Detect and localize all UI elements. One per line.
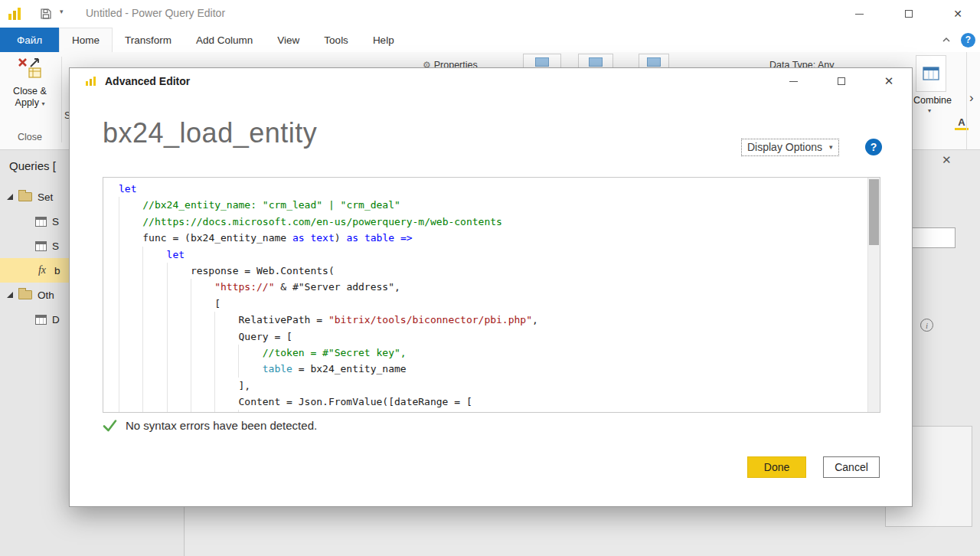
folder-icon bbox=[18, 290, 32, 299]
code-line: Query = [ bbox=[119, 329, 880, 345]
dialog-maximize-button[interactable] bbox=[825, 68, 858, 94]
function-icon: fx bbox=[35, 264, 49, 276]
code-line: let bbox=[119, 181, 880, 197]
status-text: No syntax errors have been detected. bbox=[126, 419, 317, 432]
save-icon[interactable] bbox=[40, 8, 52, 23]
expand-triangle-icon[interactable] bbox=[7, 194, 13, 200]
app-window: ▾ Untitled - Power Query Editor ✕ Файл H… bbox=[0, 0, 980, 556]
scrollbar-track[interactable] bbox=[867, 178, 880, 412]
code-line: //https://docs.microsoft.com/en-us/power… bbox=[119, 214, 880, 230]
ribbon-tab-view[interactable]: View bbox=[265, 28, 312, 52]
collapse-ribbon-icon[interactable] bbox=[941, 34, 952, 45]
table-icon bbox=[647, 57, 661, 67]
close-button[interactable]: ✕ bbox=[940, 0, 975, 28]
query-name-heading: bx24_load_entity bbox=[103, 117, 317, 149]
dialog-minimize-button[interactable] bbox=[776, 68, 810, 94]
ribbon-tab-help[interactable]: Help bbox=[361, 28, 407, 52]
chevron-down-icon: ▾ bbox=[41, 100, 44, 107]
table-icon bbox=[535, 57, 549, 67]
expand-triangle-icon[interactable] bbox=[7, 292, 13, 298]
panel-close-icon[interactable]: ✕ bbox=[942, 153, 952, 167]
close-apply-button[interactable]: Close & Apply ▾ bbox=[6, 57, 54, 110]
cancel-button[interactable]: Cancel bbox=[823, 456, 880, 478]
ribbon-tab-bar: Файл HomeTransformAdd ColumnViewToolsHel… bbox=[0, 28, 980, 52]
syntax-status: No syntax errors have been detected. bbox=[103, 419, 317, 432]
powerbi-logo-icon bbox=[6, 5, 23, 25]
ribbon-separator bbox=[966, 52, 967, 149]
quick-access-dropdown-icon[interactable]: ▾ bbox=[60, 8, 64, 15]
dialog-titlebar: Advanced Editor ✕ bbox=[70, 68, 912, 96]
close-apply-label-line2: Apply bbox=[15, 97, 39, 108]
code-line: let bbox=[119, 247, 880, 263]
code-line: table = bx24_entity_name bbox=[119, 361, 880, 377]
done-button[interactable]: Done bbox=[747, 456, 806, 478]
code-line: Content = Json.FromValue([dateRange = [ bbox=[119, 394, 880, 410]
title-bar: ▾ Untitled - Power Query Editor ✕ bbox=[0, 0, 980, 28]
combine-button[interactable] bbox=[916, 55, 946, 92]
code-line: //token = #"Secret key", bbox=[119, 345, 880, 361]
code-line: "https://" & #"Server address", bbox=[119, 279, 880, 295]
ribbon-tab-add-column[interactable]: Add Column bbox=[184, 28, 265, 52]
code-line: dateFrom = Date.ToText(Date.From(dateFro… bbox=[119, 410, 880, 413]
close-apply-icon bbox=[17, 69, 43, 82]
combine-icon bbox=[921, 64, 941, 83]
minimize-button[interactable] bbox=[841, 0, 877, 28]
advanced-editor-icon bbox=[85, 75, 97, 90]
query-item-label: S bbox=[52, 240, 59, 252]
scrollbar-thumb[interactable] bbox=[869, 179, 879, 245]
code-line: //bx24_entity_name: "crm_lead" | "crm_de… bbox=[119, 197, 880, 213]
code-line: RelativePath = "bitrix/tools/biconnector… bbox=[119, 312, 880, 328]
chevron-down-icon: ▾ bbox=[928, 107, 931, 114]
ribbon-tab-home[interactable]: Home bbox=[59, 28, 113, 52]
query-item-label: Set bbox=[38, 191, 53, 203]
ribbon-tab-tools[interactable]: Tools bbox=[312, 28, 361, 52]
dialog-close-button[interactable]: ✕ bbox=[872, 68, 906, 94]
combine-button-label: Combine bbox=[913, 95, 952, 106]
table-icon bbox=[589, 57, 603, 67]
code-line: func = (bx24_entity_name as text) as tab… bbox=[119, 230, 880, 246]
expand-pane-icon[interactable]: › bbox=[969, 90, 974, 106]
help-icon[interactable]: ? bbox=[961, 33, 975, 47]
code-line: response = Web.Contents( bbox=[119, 263, 880, 279]
check-icon bbox=[103, 419, 117, 432]
ribbon-group-label-close: Close bbox=[6, 132, 54, 142]
file-tab[interactable]: Файл bbox=[0, 28, 59, 52]
query-item-label: S bbox=[52, 216, 59, 227]
dialog-title: Advanced Editor bbox=[105, 75, 190, 87]
maximize-button[interactable] bbox=[891, 0, 926, 28]
dialog-help-button[interactable]: ? bbox=[865, 139, 882, 155]
table-icon bbox=[35, 217, 47, 227]
code-line: ], bbox=[119, 378, 880, 394]
folder-icon bbox=[18, 192, 32, 201]
ribbon-tab-transform[interactable]: Transform bbox=[113, 28, 184, 52]
query-item-label: Oth bbox=[38, 289, 54, 301]
advanced-editor-dialog: Advanced Editor ✕ bx24_load_entity Displ… bbox=[69, 67, 913, 507]
chevron-down-icon: ▾ bbox=[829, 143, 833, 151]
close-apply-label-line1: Close & bbox=[6, 86, 54, 97]
query-item-label: D bbox=[52, 314, 60, 325]
code-line: [ bbox=[119, 296, 880, 312]
table-icon bbox=[35, 241, 47, 251]
code-editor[interactable]: let//bx24_entity_name: "crm_lead" | "crm… bbox=[103, 177, 880, 413]
display-options-label: Display Options bbox=[747, 141, 822, 153]
display-options-dropdown[interactable]: Display Options ▾ bbox=[741, 139, 839, 156]
info-icon: i bbox=[920, 319, 933, 332]
table-icon bbox=[35, 315, 47, 325]
window-title: Untitled - Power Query Editor bbox=[86, 7, 225, 19]
ribbon-separator bbox=[61, 57, 62, 142]
query-item-label: b bbox=[54, 265, 60, 276]
